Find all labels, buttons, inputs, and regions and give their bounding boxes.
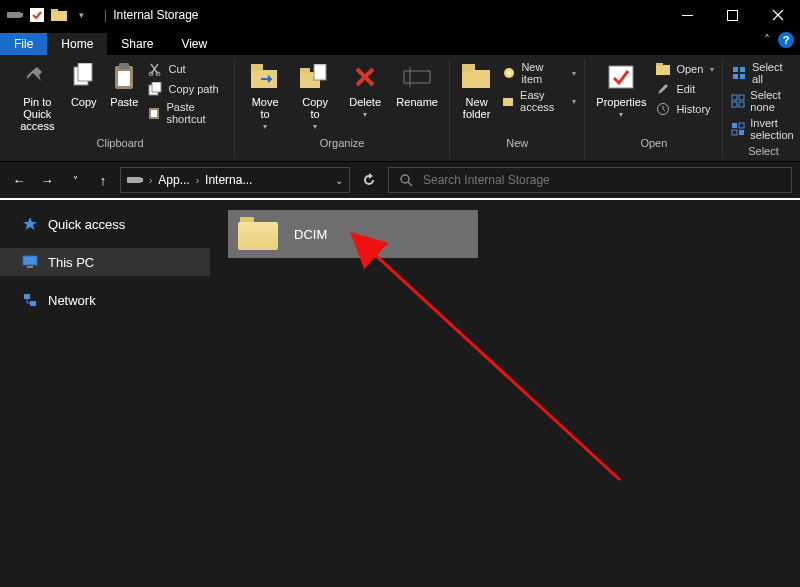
select-none-button[interactable]: Select none	[731, 89, 795, 113]
cut-button[interactable]: Cut	[147, 61, 226, 77]
svg-point-28	[507, 71, 511, 75]
open-button[interactable]: Open▾	[655, 61, 714, 77]
svg-rect-11	[118, 71, 130, 86]
delete-button[interactable]: Delete ▾	[343, 59, 387, 120]
window-title: Internal Storage	[113, 8, 198, 22]
search-box[interactable]	[388, 167, 792, 193]
svg-rect-6	[728, 10, 738, 20]
group-label-organize: Organize	[320, 133, 365, 151]
select-none-icon	[731, 93, 745, 109]
properties-button[interactable]: Properties ▾	[593, 59, 649, 120]
folder-icon	[238, 217, 278, 251]
breadcrumb-2[interactable]: Interna...	[205, 173, 252, 187]
select-all-icon	[731, 65, 747, 81]
address-bar[interactable]: › App... › Interna... ⌄	[120, 167, 350, 193]
paste-shortcut-button[interactable]: Paste shortcut	[147, 101, 226, 125]
qat-properties-icon[interactable]	[28, 6, 46, 24]
svg-rect-38	[732, 95, 737, 100]
rename-button[interactable]: Rename	[393, 59, 441, 108]
recent-locations-button[interactable]: ˅	[64, 169, 86, 191]
search-input[interactable]	[423, 173, 781, 187]
star-icon	[22, 216, 38, 232]
svg-rect-10	[119, 63, 129, 69]
qat-dropdown-icon[interactable]: ▾	[72, 6, 90, 24]
svg-rect-46	[127, 177, 141, 183]
sidebar-item-quick-access[interactable]: Quick access	[0, 210, 210, 238]
svg-rect-3	[51, 11, 67, 21]
back-button[interactable]: ←	[8, 169, 30, 191]
group-clipboard: Pin to Quick access Copy Paste Cut	[6, 59, 235, 159]
refresh-button[interactable]	[356, 167, 382, 193]
svg-rect-8	[78, 63, 92, 81]
ribbon-tabs: File Home Share View ˄ ?	[0, 30, 800, 55]
sidebar-item-this-pc[interactable]: This PC	[0, 248, 210, 276]
delete-icon	[349, 61, 381, 93]
content-area[interactable]: DCIM	[210, 200, 800, 587]
svg-rect-37	[740, 74, 745, 79]
svg-rect-41	[739, 102, 744, 107]
network-icon	[22, 292, 38, 308]
sidebar-item-network[interactable]: Network	[0, 286, 210, 314]
svg-rect-29	[503, 98, 513, 106]
svg-rect-36	[733, 74, 738, 79]
up-button[interactable]: ↑	[92, 169, 114, 191]
svg-rect-39	[739, 95, 744, 100]
group-organize: Move to ▾ Copy to ▾ Delete ▾ Rename Orga…	[235, 59, 450, 159]
easy-access-button[interactable]: Easy access▾	[501, 89, 576, 113]
address-dropdown-icon[interactable]: ⌄	[335, 175, 343, 186]
new-folder-icon	[461, 61, 493, 93]
svg-rect-30	[609, 66, 633, 88]
copy-button[interactable]: Copy	[67, 59, 101, 108]
maximize-button[interactable]	[710, 0, 755, 30]
group-label-open: Open	[640, 133, 667, 151]
copy-path-button[interactable]: Copy path	[147, 81, 226, 97]
tab-view[interactable]: View	[167, 33, 221, 55]
forward-button[interactable]: →	[36, 169, 58, 191]
svg-rect-40	[732, 102, 737, 107]
select-all-button[interactable]: Select all	[731, 61, 795, 85]
close-button[interactable]	[755, 0, 800, 30]
svg-line-49	[408, 182, 412, 186]
minimize-button[interactable]	[665, 0, 710, 30]
edit-button[interactable]: Edit	[655, 81, 714, 97]
history-button[interactable]: History	[655, 101, 714, 117]
device-crumb-icon	[127, 175, 143, 185]
chevron-right-icon[interactable]: ›	[196, 175, 199, 186]
group-open: Properties ▾ Open▾ Edit History Open	[585, 59, 723, 159]
properties-icon	[605, 61, 637, 93]
new-folder-button[interactable]: New folder	[458, 59, 495, 120]
move-to-button[interactable]: Move to ▾	[243, 59, 287, 132]
svg-rect-4	[51, 9, 58, 12]
invert-selection-button[interactable]: Invert selection	[731, 117, 795, 141]
navigation-bar: ← → ˅ ↑ › App... › Interna... ⌄	[0, 162, 800, 198]
group-label-new: New	[506, 133, 528, 151]
svg-rect-19	[251, 64, 263, 71]
chevron-right-icon[interactable]: ›	[149, 175, 152, 186]
paste-button[interactable]: Paste	[107, 59, 141, 108]
svg-rect-43	[739, 123, 744, 128]
pin-to-quick-access-button[interactable]: Pin to Quick access	[14, 59, 61, 132]
svg-point-48	[401, 175, 409, 183]
tab-home[interactable]: Home	[47, 33, 107, 55]
svg-rect-26	[462, 64, 475, 71]
copy-to-button[interactable]: Copy to ▾	[293, 59, 337, 132]
title-separator: |	[104, 8, 107, 22]
pc-icon	[22, 254, 38, 270]
paste-shortcut-icon	[147, 105, 161, 121]
collapse-ribbon-icon[interactable]: ˄	[764, 33, 770, 47]
rename-icon	[401, 61, 433, 93]
help-icon[interactable]: ?	[778, 32, 794, 48]
qat-folder-icon[interactable]	[50, 6, 68, 24]
svg-rect-5	[682, 15, 693, 16]
breadcrumb-1[interactable]: App...	[158, 173, 189, 187]
copy-to-icon	[299, 61, 331, 93]
edit-icon	[655, 81, 671, 97]
history-icon	[655, 101, 671, 117]
tab-file[interactable]: File	[0, 33, 47, 55]
svg-rect-35	[740, 67, 745, 72]
svg-rect-51	[27, 266, 33, 268]
folder-item-dcim[interactable]: DCIM	[228, 210, 478, 258]
invert-selection-icon	[731, 121, 745, 137]
new-item-button[interactable]: New item▾	[501, 61, 576, 85]
tab-share[interactable]: Share	[107, 33, 167, 55]
